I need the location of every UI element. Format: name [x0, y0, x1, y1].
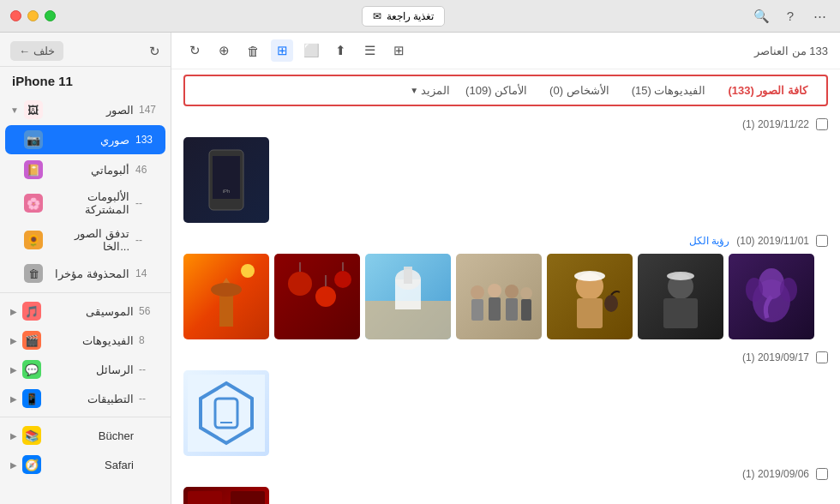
minimize-button[interactable]	[27, 10, 39, 21]
red-pattern-svg	[183, 487, 269, 504]
photo-thumb-p7[interactable]	[638, 254, 723, 339]
photo-thumb-p5[interactable]	[456, 254, 542, 339]
filter-tab-more[interactable]: المزيد ▼	[410, 84, 450, 97]
date-label-3: 2019/09/17 (1)	[742, 351, 809, 363]
messages-label: الرسائل	[46, 363, 134, 376]
svg-point-18	[471, 285, 484, 299]
svg-point-29	[604, 295, 618, 312]
sidebar-group-apps[interactable]: ▶ 📱 التطبيقات --	[0, 384, 171, 413]
filter-tab-videos[interactable]: الفيديوهات (15)	[625, 81, 713, 99]
recently-deleted-label: المحذوفة مؤخرا	[49, 267, 129, 280]
delete-icon-btn[interactable]: 🗑	[242, 39, 264, 62]
photo-thumb-p3[interactable]	[274, 254, 360, 339]
photo-row-2	[183, 254, 828, 339]
filter-tab-all-photos[interactable]: كافة الصور (133)	[721, 81, 814, 99]
albums-icon: 📔	[24, 160, 43, 179]
photo-thumb-p8[interactable]	[729, 254, 814, 339]
sidebar-group-messages[interactable]: ▶ 💬 الرسائل --	[0, 355, 171, 384]
view-all-link-2[interactable]: رؤية الكل	[689, 235, 729, 247]
sidebar-group-bucher[interactable]: ▶ 📚 Bücher	[0, 421, 171, 450]
photo-grid[interactable]: 2019/11/22 (1) iPh	[171, 111, 840, 504]
phone-svg: iPh	[201, 146, 252, 214]
sidebar-group-music[interactable]: ▶ 🎵 الموسيقى 56	[0, 297, 171, 326]
sidebar-item-albums[interactable]: 📔 ألبوماتي 46	[5, 155, 165, 184]
date-group-4: 2019/09/06 (1)	[183, 468, 828, 504]
add-icon-btn[interactable]: ⊕	[213, 39, 235, 62]
chevron-down-icon-more: ▼	[410, 86, 418, 95]
messages-count: --	[139, 363, 160, 375]
help-icon-btn[interactable]: ?	[780, 6, 801, 27]
filter-tab-places[interactable]: الأماكن (109)	[459, 81, 534, 99]
list-view-icon-btn[interactable]: ☰	[358, 39, 381, 62]
date-header-1: 2019/11/22 (1)	[183, 118, 828, 130]
close-button[interactable]	[10, 10, 21, 21]
svg-point-10	[334, 271, 351, 288]
back-button[interactable]: ← خلف	[10, 41, 63, 61]
filter-tabs: كافة الصور (133) الفيديوهات (15) الأشخاص…	[183, 75, 828, 106]
svg-point-20	[488, 284, 501, 297]
feedback-button[interactable]: ✉ تغذية راجعة	[362, 6, 445, 27]
sync-icon-btn[interactable]: ↻	[183, 39, 206, 62]
date-header-2: 2019/11/01 (10) رؤية الكل	[183, 235, 828, 247]
rescue-logo-svg	[188, 375, 265, 452]
svg-point-4	[241, 264, 255, 278]
apps-count: --	[139, 393, 160, 405]
sidebar-item-recently-deleted[interactable]: 🗑 المحذوفة مؤخرا 14	[5, 259, 165, 288]
svg-point-36	[780, 278, 797, 302]
videos-count: 8	[139, 334, 160, 346]
back-arrow-icon: ←	[19, 45, 30, 57]
device-name: iPhone 11	[0, 67, 171, 95]
date-label-1: 2019/11/22 (1)	[742, 118, 809, 130]
photo-thumb-p6[interactable]	[547, 254, 633, 339]
svg-rect-31	[663, 298, 698, 328]
maximize-button[interactable]	[45, 10, 56, 21]
sidebar-item-my-photos[interactable]: 📷 صوري 133	[5, 125, 165, 154]
svg-point-7	[211, 283, 242, 297]
chevron-right-icon-videos: ▶	[10, 336, 17, 345]
svg-rect-17	[404, 267, 412, 284]
date-label-4: 2019/09/06 (1)	[742, 468, 809, 480]
photo-thumb-p9[interactable]	[183, 370, 269, 456]
grid-view-icon-btn[interactable]: ⊞	[271, 39, 293, 62]
falcon-svg	[547, 254, 633, 339]
date-checkbox-1[interactable]	[816, 118, 828, 130]
refresh-icon[interactable]: ↻	[149, 44, 160, 59]
chevron-down-icon: ▼	[10, 105, 19, 115]
photo-thumb-p2[interactable]	[183, 254, 269, 339]
chevron-right-icon-messages: ▶	[10, 365, 17, 375]
date-checkbox-3[interactable]	[816, 351, 828, 363]
main-layout: ← خلف ↻ iPhone 11 ▼ 🖼 الصور 147 📷 صوري 1…	[0, 33, 840, 504]
date-checkbox-2[interactable]	[816, 235, 828, 247]
search-icon-btn[interactable]: 🔍	[751, 6, 771, 27]
photo-thumb-p1[interactable]: iPh	[183, 137, 269, 223]
sidebar-group-videos[interactable]: ▶ 🎬 الفيديوهات 8	[0, 326, 171, 355]
svg-rect-21	[489, 297, 501, 321]
upload-icon-btn[interactable]: ⬆	[329, 39, 351, 62]
photos-group-count: 147	[139, 104, 160, 116]
date-group-1: 2019/11/22 (1) iPh	[183, 118, 828, 223]
filter-tab-persons[interactable]: الأشخاص (0)	[543, 81, 616, 99]
svg-point-24	[520, 287, 532, 299]
my-photos-count: 133	[135, 134, 157, 146]
mosque2-svg	[365, 254, 451, 339]
apps-icon: 📱	[22, 389, 41, 408]
chevron-right-icon-music: ▶	[10, 307, 17, 316]
photo-thumb-p4[interactable]	[365, 254, 451, 339]
sidebar-group-photos[interactable]: ▼ 🖼 الصور 147	[0, 95, 171, 124]
sidebar-section-photos: ▼ 🖼 الصور 147 📷 صوري 133 📔 ألبوماتي 46 🌸…	[0, 95, 171, 289]
sidebar-item-photo-stream[interactable]: 🌻 تدفق الصور الخا... --	[5, 222, 165, 258]
export-icon-btn[interactable]: ⬜	[300, 39, 322, 62]
date-checkbox-4[interactable]	[816, 468, 828, 480]
feedback-icon: ✉	[373, 10, 381, 22]
date-label-2: 2019/11/01 (10)	[736, 235, 809, 247]
sidebar-group-safari[interactable]: ▶ 🧭 Safari	[0, 450, 171, 479]
svg-point-35	[746, 278, 763, 302]
photo-thumb-p10[interactable]	[183, 487, 269, 504]
settings-icon-btn[interactable]: ⋯	[809, 6, 830, 27]
divider-2	[0, 417, 171, 417]
gallery-view-icon-btn[interactable]: ⊞	[387, 39, 410, 62]
svg-rect-41	[188, 491, 222, 504]
people-svg	[456, 254, 542, 339]
recently-deleted-count: 14	[135, 267, 157, 279]
sidebar-item-shared-albums[interactable]: 🌸 الألبومات المشتركة --	[5, 185, 165, 221]
